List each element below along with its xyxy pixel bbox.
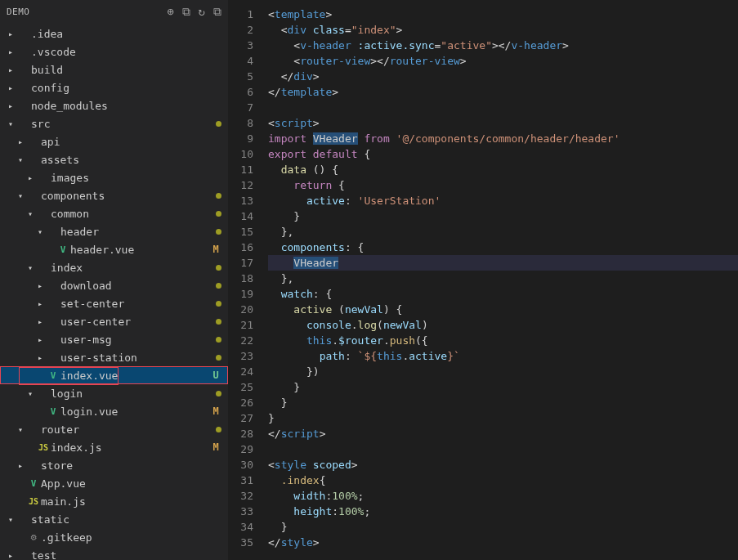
tree-item-components[interactable]: ▾components [0,186,228,204]
tree-item-download[interactable]: ▸download [0,276,228,294]
code-line[interactable]: </script> [268,426,738,441]
tree-item-App-vue[interactable]: VApp.vue [0,474,228,492]
tree-item-label: store [41,459,221,472]
code-line[interactable]: } [268,395,738,410]
tree-item-label: router [41,423,212,436]
sidebar-actions: ⊕ ⧉ ↻ ⧉ [167,5,221,19]
code-line[interactable]: VHeader [268,255,738,271]
tree-item--idea[interactable]: ▸.idea [0,25,228,43]
tree-item-user-msg[interactable]: ▸user-msg [0,330,228,348]
code-line[interactable]: } [268,410,738,426]
code-line[interactable]: import VHeader from '@/components/common… [268,131,738,146]
modified-dot-icon [216,427,221,432]
code-line[interactable]: console.log(newVal) [268,317,738,333]
code-line[interactable]: data () { [268,162,738,177]
tree-item-common[interactable]: ▾common [0,204,228,222]
tree-item-node_modules[interactable]: ▸node_modules [0,96,228,114]
code-line[interactable]: export default { [268,146,738,162]
file-explorer-sidebar: DEMO ⊕ ⧉ ↻ ⧉ ▸.idea▸.vscode▸build▸config… [0,0,229,560]
tree-item-images[interactable]: ▸images [0,168,228,186]
tree-item-login[interactable]: ▾login [0,384,228,402]
tree-item-user-center[interactable]: ▸user-center [0,312,228,330]
code-line[interactable]: width:100%; [268,488,738,504]
code-line[interactable]: active (newVal) { [268,302,738,317]
line-number: 22 [229,333,253,348]
tree-item-index-js[interactable]: JSindex.jsM [0,438,228,456]
code-line[interactable] [268,441,738,457]
collapse-all-icon[interactable]: ⧉ [213,5,221,19]
code-line[interactable]: }) [268,364,738,379]
line-number: 6 [229,84,253,100]
code-line[interactable]: <div class="index"> [268,22,738,38]
refresh-icon[interactable]: ↻ [199,5,205,18]
chevron-icon: ▸ [5,29,16,38]
code-content[interactable]: <template> <div class="index"> <v-header… [268,7,738,560]
code-line[interactable]: <style scoped> [268,457,738,473]
chevron-icon: ▸ [34,299,46,308]
code-line[interactable]: <template> [268,7,738,22]
vue-icon: V [26,478,41,489]
line-number: 10 [229,146,253,162]
code-line[interactable]: } [268,519,738,535]
tree-item-api[interactable]: ▸api [0,132,228,150]
code-line[interactable]: active: 'UserStation' [268,193,738,208]
tree-item-router[interactable]: ▾router [0,420,228,438]
code-line[interactable]: </div> [268,69,738,84]
tree-item-label: index.js [51,441,210,454]
vue-icon: V [46,406,60,417]
js-icon: JS [36,443,51,452]
tree-item-header[interactable]: ▾header [0,222,228,240]
tree-item-header-vue[interactable]: Vheader.vueM [0,240,228,258]
code-line[interactable]: </style> [268,535,738,550]
tree-item-label: components [41,190,212,202]
code-line[interactable]: return { [268,177,738,193]
chevron-icon: ▾ [15,191,26,200]
tree-item--vscode[interactable]: ▸.vscode [0,43,228,60]
code-editor[interactable]: 1234567891011121314151617181920212223242… [229,0,738,560]
tree-item-test[interactable]: ▸test [0,546,228,560]
tree-item-index-vue[interactable]: Vindex.vueU [0,366,228,384]
new-folder-icon[interactable]: ⧉ [182,5,190,19]
tree-item-main-js[interactable]: JSmain.js [0,492,228,510]
code-line[interactable]: } [268,208,738,224]
line-numbers-gutter: 1234567891011121314151617181920212223242… [229,7,268,560]
new-file-icon[interactable]: ⊕ [167,5,173,18]
tree-item-label: set-center [60,298,212,310]
code-line[interactable]: this.$router.push({ [268,333,738,348]
line-number: 14 [229,208,253,224]
tree-item-label: build [31,64,221,76]
tree-item-label: login.vue [60,405,210,418]
tree-item-label: .idea [31,28,221,40]
code-line[interactable] [268,100,738,115]
code-line[interactable]: <router-view></router-view> [268,53,738,69]
tree-item-config[interactable]: ▸config [0,78,228,96]
modified-dot-icon [216,211,221,217]
tree-item-index[interactable]: ▾index [0,258,228,276]
tree-item--gitkeep[interactable]: ⚙.gitkeep [0,528,228,546]
code-line[interactable]: }, [268,224,738,240]
code-line[interactable]: <v-header :active.sync="active"></v-head… [268,38,738,53]
git-status-letter: M [210,405,221,417]
tree-item-login-vue[interactable]: Vlogin.vueM [0,402,228,420]
tree-item-build[interactable]: ▸build [0,60,228,78]
tree-item-label: header.vue [70,244,210,256]
code-line[interactable]: }, [268,271,738,286]
code-line[interactable]: path: `${this.active}` [268,348,738,364]
code-line[interactable]: .index{ [268,473,738,488]
code-line[interactable]: <script> [268,115,738,131]
code-line[interactable]: components: { [268,240,738,255]
code-line[interactable]: } [268,379,738,395]
chevron-icon: ▸ [34,353,46,362]
code-line[interactable]: watch: { [268,286,738,302]
tree-item-store[interactable]: ▸store [0,456,228,474]
tree-item-src[interactable]: ▾src [0,114,228,132]
tree-item-label: assets [41,154,221,166]
tree-item-static[interactable]: ▾static [0,510,228,528]
code-line[interactable]: </template> [268,84,738,100]
tree-item-assets[interactable]: ▾assets [0,150,228,168]
line-number: 24 [229,364,253,379]
tree-item-user-station[interactable]: ▸user-station [0,348,228,366]
tree-item-set-center[interactable]: ▸set-center [0,294,228,312]
code-line[interactable]: height:100%; [268,504,738,519]
line-number: 33 [229,504,253,519]
